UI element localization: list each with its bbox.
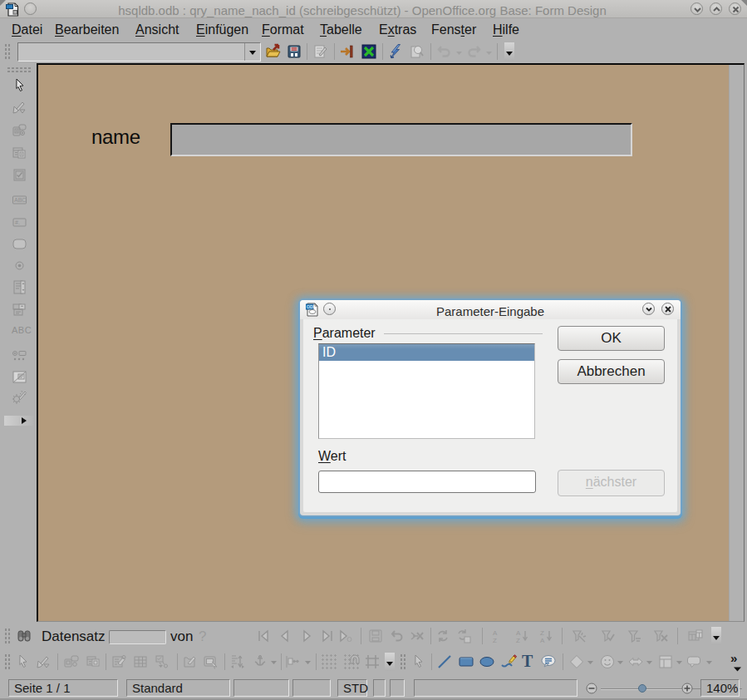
svg-text:ABC: ABC xyxy=(14,197,26,203)
svg-text:A: A xyxy=(516,629,521,637)
svg-text:A: A xyxy=(540,637,545,644)
svg-text:Z: Z xyxy=(493,637,497,644)
svg-text:#.: #. xyxy=(15,219,20,225)
svg-text:Z: Z xyxy=(516,637,520,644)
svg-text:Z: Z xyxy=(540,629,544,637)
svg-text:A: A xyxy=(493,629,498,637)
